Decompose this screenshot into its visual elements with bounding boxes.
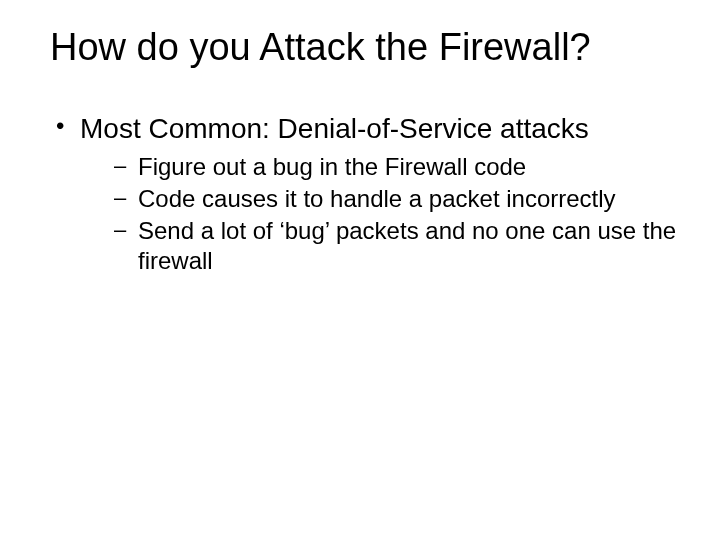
sub-bullet-text: Figure out a bug in the Firewall code bbox=[138, 153, 526, 180]
bullet-item: Most Common: Denial-of-Service attacks F… bbox=[60, 111, 690, 276]
sub-bullet-item: Send a lot of ‘bug’ packets and no one c… bbox=[118, 216, 690, 276]
sub-bullet-text: Send a lot of ‘bug’ packets and no one c… bbox=[138, 217, 676, 274]
bullet-list-level2: Figure out a bug in the Firewall code Co… bbox=[80, 152, 690, 276]
sub-bullet-text: Code causes it to handle a packet incorr… bbox=[138, 185, 616, 212]
sub-bullet-item: Code causes it to handle a packet incorr… bbox=[118, 184, 690, 214]
sub-bullet-item: Figure out a bug in the Firewall code bbox=[118, 152, 690, 182]
slide-title: How do you Attack the Firewall? bbox=[50, 26, 690, 69]
bullet-list-level1: Most Common: Denial-of-Service attacks F… bbox=[30, 111, 690, 276]
slide: How do you Attack the Firewall? Most Com… bbox=[0, 0, 720, 540]
bullet-text: Most Common: Denial-of-Service attacks bbox=[80, 113, 589, 144]
